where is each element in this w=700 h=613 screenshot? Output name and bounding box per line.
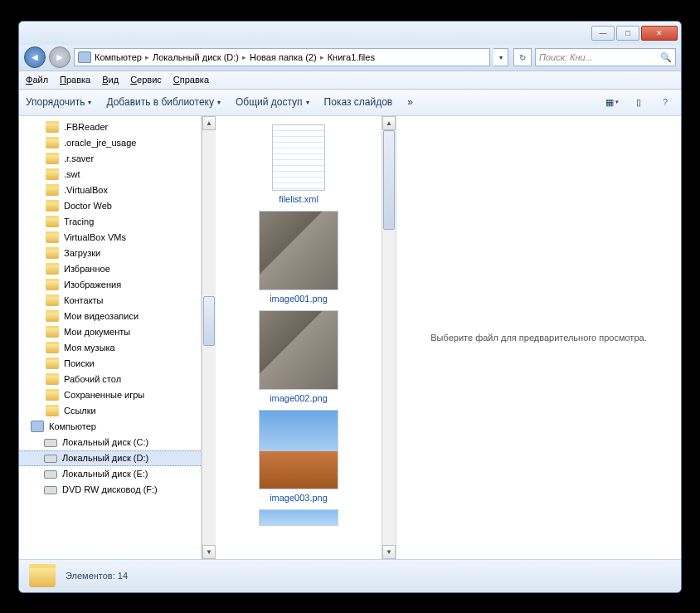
file-thumbnail [259, 509, 338, 526]
folder-icon [46, 216, 59, 227]
folder-icon [46, 373, 59, 385]
menu-bar: Файл Правка Вид Сервис Справка [19, 71, 681, 90]
scroll-down-icon[interactable]: ▼ [202, 545, 216, 559]
folder-icon [46, 263, 59, 275]
file-thumbnail [259, 211, 338, 290]
folder-icon [46, 184, 59, 196]
address-dropdown[interactable]: ▾ [493, 48, 508, 66]
preview-pane: Выберите файл для предварительного просм… [396, 116, 681, 559]
computer-icon [78, 51, 91, 63]
folder-icon [46, 121, 59, 133]
folder-icon [46, 405, 59, 416]
more-commands[interactable]: » [407, 96, 413, 108]
forward-button[interactable]: ► [49, 46, 70, 68]
tree-folder[interactable]: Рабочий стол [19, 372, 201, 387]
file-thumbnail [272, 124, 325, 191]
slideshow-button[interactable]: Показ слайдов [324, 96, 393, 108]
tree-folder[interactable]: Изображения [19, 277, 201, 293]
folder-icon [46, 137, 59, 148]
crumb-0[interactable]: Компьютер [95, 52, 142, 62]
tree-folder[interactable]: Doctor Web [19, 198, 201, 214]
add-to-library-button[interactable]: Добавить в библиотеку▾ [106, 96, 221, 108]
help-button[interactable]: ? [656, 94, 674, 110]
file-item[interactable]: image003.png [249, 410, 348, 503]
crumb-1[interactable]: Локальный диск (D:) [153, 52, 239, 62]
folder-icon [46, 153, 59, 164]
tree-folder[interactable]: Мои документы [19, 324, 201, 340]
tree-folder[interactable]: Мои видеозаписи [19, 309, 201, 324]
file-item[interactable]: image001.png [249, 211, 348, 304]
tree-folder[interactable]: Избранное [19, 261, 201, 277]
tree-drive[interactable]: DVD RW дисковод (F:) [19, 482, 201, 498]
search-placeholder: Поиск: Кни... [539, 52, 593, 62]
back-button[interactable]: ◄ [24, 46, 46, 68]
files-scrollbar[interactable]: ▲ ▼ [382, 116, 396, 559]
folder-icon [46, 358, 59, 369]
status-count: 14 [118, 571, 128, 581]
tree-folder[interactable]: Загрузки [19, 246, 201, 261]
preview-pane-button[interactable]: ▯ [630, 94, 648, 110]
file-item[interactable]: filelist.xml [249, 124, 348, 204]
tree-folder[interactable]: .r.saver [19, 151, 201, 167]
crumb-2[interactable]: Новая папка (2) [250, 52, 317, 62]
folder-icon [46, 294, 59, 306]
file-item[interactable]: image002.png [249, 310, 348, 403]
close-button[interactable]: ✕ [641, 26, 678, 41]
tree-drive[interactable]: Локальный диск (E:) [19, 466, 201, 482]
tree-scrollbar[interactable]: ▲ ▼ [202, 116, 216, 559]
tree-folder[interactable]: .swt [19, 167, 201, 182]
tree-folder[interactable]: Ссылки [19, 403, 201, 419]
menu-file[interactable]: Файл [26, 75, 48, 85]
menu-tools[interactable]: Сервис [130, 75, 162, 85]
refresh-button[interactable]: ↻ [513, 48, 532, 66]
disk-icon [44, 486, 57, 494]
scroll-up-icon[interactable]: ▲ [202, 116, 216, 130]
file-name: filelist.xml [279, 194, 318, 204]
folder-icon [46, 247, 59, 259]
tree-folder[interactable]: Tracing [19, 214, 201, 230]
tree-folder[interactable]: Моя музыка [19, 340, 201, 356]
menu-help[interactable]: Справка [173, 75, 209, 85]
search-input[interactable]: Поиск: Кни... 🔍 [535, 48, 676, 66]
maximize-button[interactable]: □ [616, 26, 639, 41]
address-bar: ◄ ► Компьютер▸ Локальный диск (D:)▸ Нова… [19, 45, 681, 71]
minimize-button[interactable]: — [591, 26, 615, 41]
tree-folder[interactable]: Сохраненные игры [19, 387, 201, 403]
tree-folder[interactable]: Поиски [19, 356, 201, 372]
file-name: image003.png [270, 493, 328, 503]
tree-drive[interactable]: Локальный диск (C:) [19, 435, 201, 450]
status-count-label: Элементов: [66, 571, 115, 581]
menu-view[interactable]: Вид [102, 75, 119, 85]
tree-drive[interactable]: Локальный диск (D:) [19, 450, 201, 466]
tree-folder[interactable]: .FBReader [19, 119, 201, 135]
explorer-window: — □ ✕ ◄ ► Компьютер▸ Локальный диск (D:)… [18, 21, 682, 593]
tree-computer[interactable]: Компьютер [19, 419, 201, 435]
tree-folder[interactable]: VirtualBox VMs [19, 230, 201, 246]
folder-icon [29, 564, 56, 587]
folder-icon [46, 168, 59, 180]
content-area: .FBReader.oracle_jre_usage.r.saver.swt.V… [19, 116, 681, 559]
crumb-3[interactable]: Книга1.files [328, 52, 375, 62]
tree-folder[interactable]: .oracle_jre_usage [19, 135, 201, 151]
search-icon: 🔍 [660, 52, 672, 63]
share-button[interactable]: Общий доступ▾ [236, 96, 309, 108]
folder-icon [46, 326, 59, 338]
breadcrumb[interactable]: Компьютер▸ Локальный диск (D:)▸ Новая па… [74, 48, 490, 66]
view-mode-button[interactable]: ▦ [603, 94, 621, 110]
scroll-up-icon[interactable]: ▲ [382, 116, 396, 130]
disk-icon [44, 439, 57, 447]
organize-button[interactable]: Упорядочить▾ [26, 96, 91, 108]
titlebar: — □ ✕ [19, 22, 681, 45]
folder-icon [46, 310, 59, 322]
navigation-tree[interactable]: .FBReader.oracle_jre_usage.r.saver.swt.V… [19, 116, 202, 559]
file-item[interactable] [249, 509, 348, 526]
tree-folder[interactable]: .VirtualBox [19, 182, 201, 198]
scroll-down-icon[interactable]: ▼ [382, 545, 396, 559]
tree-folder[interactable]: Контакты [19, 293, 201, 309]
folder-icon [46, 279, 59, 290]
menu-edit[interactable]: Правка [60, 75, 90, 85]
status-bar: Элементов: 14 [19, 559, 681, 592]
file-name: image001.png [270, 294, 328, 304]
file-list[interactable]: filelist.xmlimage001.pngimage002.pngimag… [216, 116, 382, 559]
computer-icon [31, 421, 44, 432]
